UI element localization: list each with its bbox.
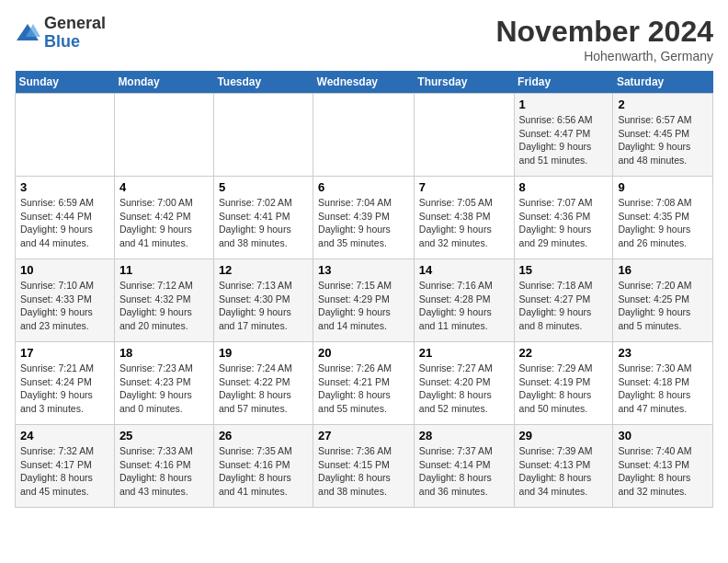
day-info: Sunrise: 7:05 AM Sunset: 4:38 PM Dayligh… xyxy=(419,196,509,250)
day-info: Sunrise: 7:24 AM Sunset: 4:22 PM Dayligh… xyxy=(219,362,308,416)
day-number: 23 xyxy=(618,346,708,360)
calendar-table: Sunday Monday Tuesday Wednesday Thursday… xyxy=(15,71,713,508)
cell-1-5 xyxy=(414,94,514,177)
day-info: Sunrise: 7:10 AM Sunset: 4:33 PM Dayligh… xyxy=(20,279,109,333)
cell-5-2: 25Sunrise: 7:33 AM Sunset: 4:16 PM Dayli… xyxy=(114,425,213,508)
cell-2-6: 8Sunrise: 7:07 AM Sunset: 4:36 PM Daylig… xyxy=(514,177,613,259)
header-saturday: Saturday xyxy=(613,71,713,94)
day-number: 21 xyxy=(419,346,509,360)
day-number: 27 xyxy=(318,429,409,442)
day-number: 29 xyxy=(519,429,609,442)
day-info: Sunrise: 7:04 AM Sunset: 4:39 PM Dayligh… xyxy=(318,196,409,250)
week-row-5: 24Sunrise: 7:32 AM Sunset: 4:17 PM Dayli… xyxy=(16,425,713,508)
header-row: Sunday Monday Tuesday Wednesday Thursday… xyxy=(16,71,713,94)
day-info: Sunrise: 7:35 AM Sunset: 4:16 PM Dayligh… xyxy=(219,444,308,499)
header-monday: Monday xyxy=(114,71,213,94)
cell-5-1: 24Sunrise: 7:32 AM Sunset: 4:17 PM Dayli… xyxy=(16,425,115,508)
logo-blue: Blue xyxy=(44,33,106,52)
cell-2-2: 4Sunrise: 7:00 AM Sunset: 4:42 PM Daylig… xyxy=(114,177,213,259)
logo-general: General xyxy=(44,15,106,33)
cell-3-3: 12Sunrise: 7:13 AM Sunset: 4:30 PM Dayli… xyxy=(213,259,313,342)
cell-1-2 xyxy=(114,94,213,177)
cell-5-5: 28Sunrise: 7:37 AM Sunset: 4:14 PM Dayli… xyxy=(414,425,514,508)
day-info: Sunrise: 7:02 AM Sunset: 4:41 PM Dayligh… xyxy=(219,196,308,250)
cell-5-4: 27Sunrise: 7:36 AM Sunset: 4:15 PM Dayli… xyxy=(313,425,415,508)
day-info: Sunrise: 7:39 AM Sunset: 4:13 PM Dayligh… xyxy=(519,444,609,499)
cell-2-1: 3Sunrise: 6:59 AM Sunset: 4:44 PM Daylig… xyxy=(16,177,115,259)
day-info: Sunrise: 7:07 AM Sunset: 4:36 PM Dayligh… xyxy=(519,196,609,250)
week-row-2: 3Sunrise: 6:59 AM Sunset: 4:44 PM Daylig… xyxy=(16,177,713,259)
header-friday: Friday xyxy=(514,71,613,94)
week-row-4: 17Sunrise: 7:21 AM Sunset: 4:24 PM Dayli… xyxy=(16,342,713,425)
month-title: November 2024 xyxy=(495,15,713,49)
day-number: 16 xyxy=(618,263,708,277)
cell-4-2: 18Sunrise: 7:23 AM Sunset: 4:23 PM Dayli… xyxy=(114,342,213,425)
page-header: General Blue November 2024 Hohenwarth, G… xyxy=(15,15,713,63)
day-info: Sunrise: 6:56 AM Sunset: 4:47 PM Dayligh… xyxy=(519,113,609,167)
day-number: 20 xyxy=(318,346,409,360)
cell-4-6: 22Sunrise: 7:29 AM Sunset: 4:19 PM Dayli… xyxy=(514,342,613,425)
cell-3-5: 14Sunrise: 7:16 AM Sunset: 4:28 PM Dayli… xyxy=(414,259,514,342)
header-wednesday: Wednesday xyxy=(313,71,415,94)
day-info: Sunrise: 7:32 AM Sunset: 4:17 PM Dayligh… xyxy=(20,444,109,499)
day-info: Sunrise: 7:13 AM Sunset: 4:30 PM Dayligh… xyxy=(219,279,308,333)
cell-3-1: 10Sunrise: 7:10 AM Sunset: 4:33 PM Dayli… xyxy=(16,259,115,342)
day-info: Sunrise: 7:18 AM Sunset: 4:27 PM Dayligh… xyxy=(519,279,609,333)
day-number: 22 xyxy=(519,346,609,360)
week-row-3: 10Sunrise: 7:10 AM Sunset: 4:33 PM Dayli… xyxy=(16,259,713,342)
cell-5-3: 26Sunrise: 7:35 AM Sunset: 4:16 PM Dayli… xyxy=(213,425,313,508)
cell-5-6: 29Sunrise: 7:39 AM Sunset: 4:13 PM Dayli… xyxy=(514,425,613,508)
day-info: Sunrise: 7:12 AM Sunset: 4:32 PM Dayligh… xyxy=(119,279,209,333)
day-info: Sunrise: 7:20 AM Sunset: 4:25 PM Dayligh… xyxy=(618,279,708,333)
day-number: 18 xyxy=(119,346,209,360)
day-number: 14 xyxy=(419,263,509,277)
day-number: 25 xyxy=(119,429,209,442)
day-number: 10 xyxy=(20,263,109,277)
cell-4-4: 20Sunrise: 7:26 AM Sunset: 4:21 PM Dayli… xyxy=(313,342,415,425)
header-tuesday: Tuesday xyxy=(213,71,313,94)
day-number: 13 xyxy=(318,263,409,277)
cell-5-7: 30Sunrise: 7:40 AM Sunset: 4:13 PM Dayli… xyxy=(613,425,713,508)
day-info: Sunrise: 7:23 AM Sunset: 4:23 PM Dayligh… xyxy=(119,362,209,416)
day-number: 26 xyxy=(219,429,308,442)
day-number: 11 xyxy=(119,263,209,277)
cell-4-7: 23Sunrise: 7:30 AM Sunset: 4:18 PM Dayli… xyxy=(613,342,713,425)
day-number: 7 xyxy=(419,180,509,194)
day-number: 9 xyxy=(618,180,708,194)
day-number: 3 xyxy=(20,180,109,194)
logo-icon xyxy=(15,20,40,46)
calendar-body: 1Sunrise: 6:56 AM Sunset: 4:47 PM Daylig… xyxy=(16,94,713,508)
calendar-header: Sunday Monday Tuesday Wednesday Thursday… xyxy=(16,71,713,94)
logo: General Blue xyxy=(15,15,106,52)
day-number: 24 xyxy=(20,429,109,442)
day-number: 4 xyxy=(119,180,209,194)
cell-3-7: 16Sunrise: 7:20 AM Sunset: 4:25 PM Dayli… xyxy=(613,259,713,342)
day-info: Sunrise: 6:57 AM Sunset: 4:45 PM Dayligh… xyxy=(618,113,708,167)
cell-1-1 xyxy=(16,94,115,177)
header-thursday: Thursday xyxy=(414,71,514,94)
day-number: 15 xyxy=(519,263,609,277)
cell-3-6: 15Sunrise: 7:18 AM Sunset: 4:27 PM Dayli… xyxy=(514,259,613,342)
cell-1-7: 2Sunrise: 6:57 AM Sunset: 4:45 PM Daylig… xyxy=(613,94,713,177)
day-info: Sunrise: 7:26 AM Sunset: 4:21 PM Dayligh… xyxy=(318,362,409,416)
header-sunday: Sunday xyxy=(16,71,115,94)
day-number: 17 xyxy=(20,346,109,360)
cell-4-3: 19Sunrise: 7:24 AM Sunset: 4:22 PM Dayli… xyxy=(213,342,313,425)
day-info: Sunrise: 7:33 AM Sunset: 4:16 PM Dayligh… xyxy=(119,444,209,499)
cell-1-4 xyxy=(313,94,415,177)
cell-4-5: 21Sunrise: 7:27 AM Sunset: 4:20 PM Dayli… xyxy=(414,342,514,425)
cell-4-1: 17Sunrise: 7:21 AM Sunset: 4:24 PM Dayli… xyxy=(16,342,115,425)
day-info: Sunrise: 7:08 AM Sunset: 4:35 PM Dayligh… xyxy=(618,196,708,250)
day-info: Sunrise: 7:15 AM Sunset: 4:29 PM Dayligh… xyxy=(318,279,409,333)
day-number: 19 xyxy=(219,346,308,360)
day-number: 28 xyxy=(419,429,509,442)
week-row-1: 1Sunrise: 6:56 AM Sunset: 4:47 PM Daylig… xyxy=(16,94,713,177)
cell-3-4: 13Sunrise: 7:15 AM Sunset: 4:29 PM Dayli… xyxy=(313,259,415,342)
day-info: Sunrise: 7:36 AM Sunset: 4:15 PM Dayligh… xyxy=(318,444,409,499)
day-number: 6 xyxy=(318,180,409,194)
day-info: Sunrise: 7:37 AM Sunset: 4:14 PM Dayligh… xyxy=(419,444,509,499)
day-info: Sunrise: 7:30 AM Sunset: 4:18 PM Dayligh… xyxy=(618,362,708,416)
day-number: 1 xyxy=(519,98,609,111)
day-info: Sunrise: 6:59 AM Sunset: 4:44 PM Dayligh… xyxy=(20,196,109,250)
cell-1-3 xyxy=(213,94,313,177)
